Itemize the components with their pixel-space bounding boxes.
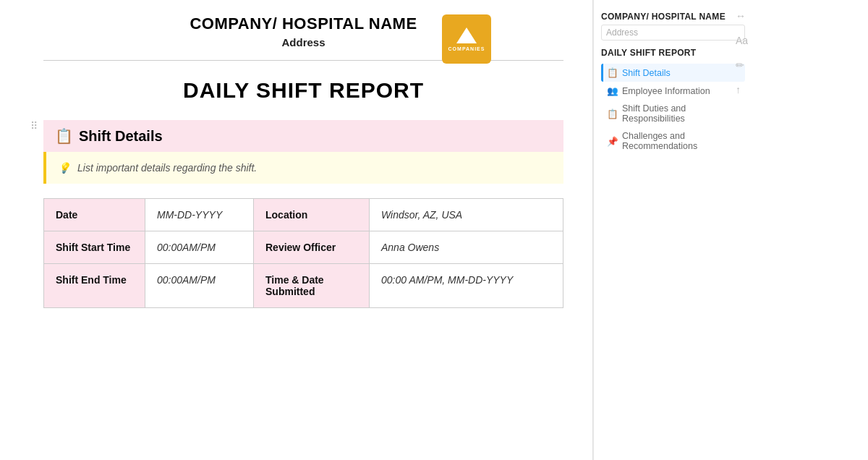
time-submitted-label: Time & Date Submitted [254, 264, 370, 308]
location-label: Location [254, 199, 370, 231]
share-icon[interactable]: ↑ [736, 84, 748, 95]
tip-icon: 💡 [58, 162, 70, 174]
shift-end-label: Shift End Time [44, 264, 145, 308]
date-value: MM-DD-YYYY [145, 199, 254, 231]
shift-details-icon: 📋 [55, 127, 73, 145]
sidebar-actions: ↔ Aa ✏ ↑ [736, 10, 748, 95]
shift-details-nav-icon: 📋 [607, 67, 618, 78]
shift-details-title: Shift Details [79, 128, 163, 145]
document-header: COMPANY/ HOSPITAL NAME Address COMPANIES [43, 14, 563, 61]
location-value: Windsor, AZ, USA [370, 199, 563, 231]
tip-box: 💡 List important details regarding the s… [43, 152, 563, 184]
shift-table: Date MM-DD-YYYY Location Windsor, AZ, US… [43, 198, 563, 308]
review-officer-label: Review Officer [254, 231, 370, 264]
time-submitted-value: 00:00 AM/PM, MM-DD-YYYY [370, 264, 563, 308]
company-logo: COMPANIES [442, 14, 491, 64]
review-officer-value: Anna Owens [370, 231, 563, 264]
font-icon[interactable]: Aa [736, 35, 748, 46]
table-row: Date MM-DD-YYYY Location Windsor, AZ, US… [44, 199, 563, 231]
sidebar-company-name: COMPANY/ HOSPITAL NAME [601, 12, 745, 22]
date-label: Date [44, 199, 145, 231]
sidebar-item-shift-duties[interactable]: 📋 Shift Duties and Responsibilities [601, 100, 745, 127]
sidebar-report-title: DAILY SHIFT REPORT [601, 48, 745, 58]
challenges-nav-icon: 📌 [607, 136, 618, 147]
sidebar: COMPANY/ HOSPITAL NAME Address DAILY SHI… [593, 0, 752, 460]
main-document: COMPANY/ HOSPITAL NAME Address COMPANIES… [0, 0, 593, 460]
sidebar-item-employee-info[interactable]: 👥 Employee Information [601, 82, 745, 100]
drag-handle-icon[interactable]: ⠿ [30, 120, 38, 132]
shift-details-nav-label: Shift Details [622, 68, 671, 78]
table-row: Shift End Time 00:00AM/PM Time & Date Su… [44, 264, 563, 308]
challenges-nav-label: Challenges and Recommendations [622, 131, 739, 151]
employee-info-nav-icon: 👥 [607, 85, 618, 96]
shift-details-header: 📋 Shift Details [43, 120, 563, 152]
sidebar-item-shift-details[interactable]: 📋 Shift Details [601, 64, 745, 82]
address: Address [281, 36, 325, 48]
shift-duties-nav-label: Shift Duties and Responsibilities [622, 103, 739, 124]
sidebar-navigation: 📋 Shift Details 👥 Employee Information 📋… [601, 64, 745, 155]
logo-triangle-icon [456, 27, 477, 43]
tip-text: List important details regarding the shi… [77, 162, 257, 174]
table-row: Shift Start Time 00:00AM/PM Review Offic… [44, 231, 563, 264]
shift-start-label: Shift Start Time [44, 231, 145, 264]
expand-icon[interactable]: ↔ [736, 10, 748, 22]
shift-end-value: 00:00AM/PM [145, 264, 254, 308]
logo-text: COMPANIES [448, 46, 485, 51]
edit-icon[interactable]: ✏ [736, 59, 748, 71]
shift-duties-nav-icon: 📋 [607, 108, 618, 119]
company-name: COMPANY/ HOSPITAL NAME [190, 14, 417, 33]
shift-start-value: 00:00AM/PM [145, 231, 254, 264]
report-title: DAILY SHIFT REPORT [43, 78, 563, 103]
sidebar-address: Address [601, 25, 745, 41]
sidebar-item-challenges[interactable]: 📌 Challenges and Recommendations [601, 127, 745, 155]
employee-info-nav-label: Employee Information [622, 86, 710, 96]
